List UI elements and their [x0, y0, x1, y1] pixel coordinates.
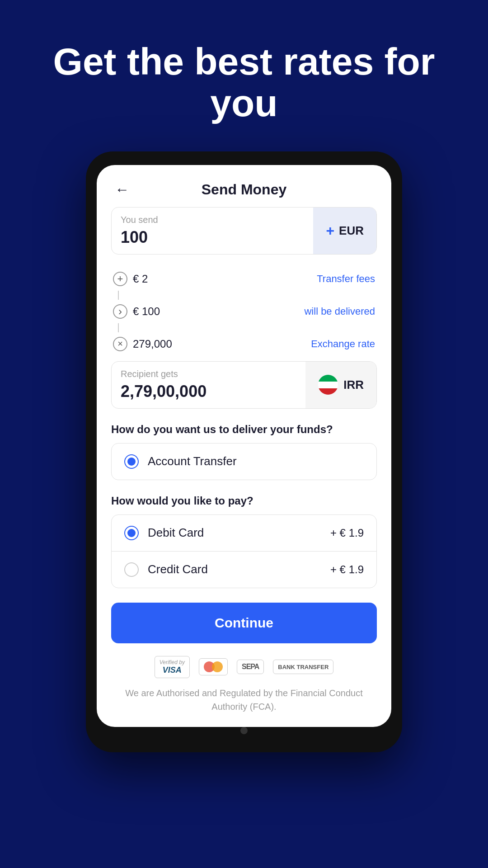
exchange-icon: [113, 337, 127, 351]
sepa-text: SEPA: [242, 663, 259, 670]
flag-red: [318, 388, 338, 395]
visa-badge: Verified by VISA: [155, 656, 190, 678]
delivery-options-group: Account Transfer: [111, 443, 377, 480]
delivered-amount: € 100: [133, 305, 160, 318]
you-send-box: You send 100 + EUR: [111, 207, 377, 255]
fee-icon: [113, 272, 127, 286]
delivered-left: € 100: [113, 304, 160, 319]
screen-header: ← Send Money: [97, 165, 391, 207]
eur-currency-button[interactable]: + EUR: [313, 208, 376, 254]
fee-row: € 2 Transfer fees: [111, 267, 377, 291]
delivered-row: € 100 will be delivered: [111, 300, 377, 323]
payment-question: How would you like to pay?: [111, 495, 377, 507]
send-label: You send: [121, 215, 304, 225]
delivery-question: How do you want us to deliver your funds…: [111, 423, 377, 436]
account-transfer-radio[interactable]: [124, 454, 139, 469]
exchange-rate-link[interactable]: Exchange rate: [311, 338, 375, 350]
credit-card-label: Credit Card: [148, 562, 208, 576]
flag-green: [318, 375, 338, 382]
trust-badges: Verified by VISA SEPA BANK TRANSFER: [111, 656, 377, 678]
irr-code: IRR: [343, 378, 364, 392]
account-transfer-option[interactable]: Account Transfer: [112, 443, 376, 480]
sepa-badge: SEPA: [237, 660, 264, 674]
trust-disclaimer: We are Authorised and Regulated by the F…: [111, 686, 377, 713]
payment-options-group: Debit Card + € 1.9 Credit Card + € 1.9: [111, 514, 377, 588]
fee-amount: € 2: [133, 273, 148, 285]
bank-transfer-text: BANK TRANSFER: [278, 664, 328, 670]
recipient-input-area[interactable]: Recipient gets 2,79,00,000: [112, 362, 305, 408]
phone-screen: ← Send Money You send 100 + EUR: [97, 165, 391, 727]
transfer-fees-link[interactable]: Transfer fees: [317, 273, 375, 285]
eur-plus-icon: +: [326, 222, 334, 239]
exchange-row: 279,000 Exchange rate: [111, 332, 377, 356]
send-input-area[interactable]: You send 100: [112, 208, 313, 254]
recipient-box: Recipient gets 2,79,00,000 IRR: [111, 361, 377, 409]
credit-card-fee: + € 1.9: [330, 563, 364, 576]
phone-camera-dot: [240, 727, 248, 734]
mastercard-badge: [199, 658, 228, 675]
eur-code: EUR: [339, 224, 364, 238]
vert-line-2: [118, 323, 119, 332]
irr-currency-button[interactable]: IRR: [305, 362, 376, 408]
radio-inner-selected: [127, 458, 136, 466]
debit-radio-inner: [127, 529, 136, 537]
debit-card-left: Debit Card: [124, 526, 204, 540]
back-button[interactable]: ←: [115, 181, 129, 198]
recipient-amount: 2,79,00,000: [121, 382, 296, 401]
debit-card-option[interactable]: Debit Card + € 1.9: [112, 515, 376, 551]
screen-title: Send Money: [202, 181, 286, 198]
iran-flag: [318, 375, 338, 395]
hero-title: Get the best rates for you: [0, 41, 488, 124]
phone-mockup: ← Send Money You send 100 + EUR: [86, 151, 402, 752]
vert-line-1: [118, 291, 119, 300]
delivered-icon: [113, 304, 127, 319]
hero-section: Get the best rates for you: [0, 0, 488, 124]
fee-left: € 2: [113, 272, 148, 286]
continue-button[interactable]: Continue: [111, 603, 377, 643]
conversion-rows: € 2 Transfer fees € 100 will be delivere…: [111, 264, 377, 361]
account-transfer-label: Account Transfer: [148, 454, 237, 468]
flag-white: [318, 382, 338, 388]
debit-card-radio[interactable]: [124, 526, 139, 540]
debit-card-fee: + € 1.9: [330, 527, 364, 539]
exchange-left: 279,000: [113, 337, 172, 351]
debit-card-label: Debit Card: [148, 526, 204, 540]
recipient-label: Recipient gets: [121, 369, 296, 379]
will-be-delivered-link[interactable]: will be delivered: [304, 306, 375, 317]
bank-transfer-badge: BANK TRANSFER: [273, 660, 333, 674]
credit-card-option[interactable]: Credit Card + € 1.9: [112, 551, 376, 588]
credit-card-radio[interactable]: [124, 562, 139, 577]
credit-card-left: Credit Card: [124, 562, 208, 577]
account-transfer-left: Account Transfer: [124, 454, 237, 469]
visa-text: VISA: [160, 665, 185, 675]
exchange-rate-amount: 279,000: [133, 338, 172, 350]
send-amount: 100: [121, 228, 304, 247]
screen-body: You send 100 + EUR € 2 Transfer fees: [97, 207, 391, 713]
